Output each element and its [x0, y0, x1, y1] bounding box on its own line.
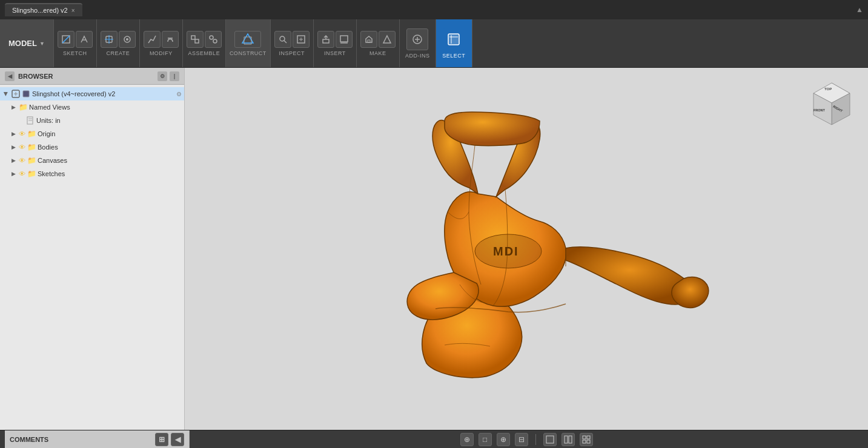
main-area: ◀ BROWSER ⚙ | ▶ Slingshot (v4~recovered)… [0, 68, 868, 430]
svg-line-1 [62, 36, 70, 43]
toolbar-group-make[interactable]: MAKE [357, 19, 400, 67]
tree-item-bodies[interactable]: ▶ 👁 📁 Bodies [0, 140, 184, 154]
sidebar-pin-button[interactable]: | [170, 71, 179, 81]
svg-rect-10 [195, 39, 199, 43]
tab-title: Slingsho...ered) v2 [12, 7, 68, 14]
make-btn-1[interactable] [360, 31, 377, 48]
origin-label: Origin [38, 130, 55, 137]
close-tab-button[interactable]: × [71, 7, 75, 14]
bodies-label: Bodies [38, 143, 58, 151]
main-toolbar: MODEL ▼ SKETCH CREATE [0, 19, 868, 68]
svg-rect-49 [587, 440, 590, 443]
status-view2-button[interactable] [562, 433, 575, 446]
named-views-folder-icon: 📁 [19, 103, 27, 111]
tree-item-units[interactable]: ▶ Units: in [0, 114, 184, 127]
toolbar-group-insert[interactable]: INSERT [314, 19, 357, 67]
status-fit-button[interactable]: □ [479, 433, 492, 446]
sidebar-title: BROWSER [18, 73, 53, 80]
create-btn-2[interactable] [119, 31, 136, 48]
inspect-btn-1[interactable] [274, 31, 291, 48]
maximize-button[interactable]: ▲ [856, 5, 863, 14]
modify-label: MODIFY [150, 50, 173, 56]
toolbar-group-create[interactable]: CREATE [97, 19, 140, 67]
comments-panel[interactable]: COMMENTS ⊞ ◀ [5, 430, 190, 448]
root-options-button[interactable]: ⚙ [176, 91, 182, 97]
comments-expand-button[interactable]: ⊞ [155, 433, 168, 446]
create-btn-1[interactable] [101, 31, 118, 48]
origin-folder-icon: 📁 [27, 130, 36, 138]
toolbar-group-sketch[interactable]: SKETCH [54, 19, 97, 67]
insert-btn-1[interactable] [317, 31, 334, 48]
toolbar-group-add-ins[interactable]: ADD-INS [400, 19, 436, 67]
comments-label: COMMENTS [10, 436, 48, 443]
toolbar-group-select[interactable]: SELECT [436, 19, 472, 67]
construct-label: CONSTRUCT [230, 50, 267, 56]
make-btn-2[interactable] [379, 31, 396, 48]
canvases-eye-icon[interactable]: 👁 [19, 157, 25, 164]
tree-item-root[interactable]: ▶ Slingshot (v4~recovered) v2 ⚙ [0, 87, 184, 100]
sidebar-collapse-button[interactable]: ◀ [5, 71, 15, 81]
sketches-eye-icon[interactable]: 👁 [19, 170, 25, 177]
view-cube[interactable]: TOP RIGHT FRONT [807, 80, 856, 128]
svg-point-12 [213, 39, 217, 43]
sketch-btn-2[interactable] [76, 31, 93, 48]
sketches-label: Sketches [38, 170, 65, 177]
svg-rect-43 [546, 436, 554, 443]
tree-item-sketches[interactable]: ▶ 👁 📁 Sketches [0, 167, 184, 180]
units-doc-icon [26, 116, 35, 125]
document-tab[interactable]: Slingsho...ered) v2 × [5, 3, 82, 16]
bodies-folder-icon: 📁 [27, 143, 36, 151]
insert-label: INSERT [324, 50, 346, 56]
tree-item-canvases[interactable]: ▶ 👁 📁 Canvases [0, 154, 184, 167]
3d-viewport[interactable]: MDI [185, 68, 868, 430]
insert-btn-2[interactable] [336, 31, 353, 48]
canvas-area: MDI [185, 68, 868, 430]
svg-point-15 [280, 36, 285, 41]
modify-btn-1[interactable] [144, 31, 161, 48]
root-icon [12, 90, 20, 98]
inspect-btn-2[interactable] [293, 31, 310, 48]
root-type-icon [22, 90, 30, 98]
inspect-label: INSPECT [279, 50, 305, 56]
status-move-button[interactable]: ⊕ [460, 433, 474, 446]
bodies-arrow: ▶ [10, 143, 17, 151]
sketch-btn-1[interactable] [58, 31, 75, 48]
toolbar-group-inspect[interactable]: INSPECT [271, 19, 314, 67]
svg-rect-28 [448, 34, 459, 45]
tree-item-origin[interactable]: ▶ 👁 📁 Origin [0, 127, 184, 140]
select-label: SELECT [442, 53, 465, 59]
status-zoom-out-button[interactable]: ⊟ [515, 433, 528, 446]
modify-btn-2[interactable] [162, 31, 179, 48]
sidebar-settings-button[interactable]: ⚙ [157, 71, 167, 81]
assemble-btn-2[interactable] [205, 31, 222, 48]
divider-1 [535, 434, 536, 445]
named-views-arrow: ▶ [10, 104, 17, 111]
bodies-eye-icon[interactable]: 👁 [19, 143, 25, 151]
svg-rect-9 [191, 36, 195, 39]
comments-collapse-button[interactable]: ◀ [171, 433, 184, 446]
toolbar-group-assemble[interactable]: ASSEMBLE [183, 19, 226, 67]
status-view1-button[interactable] [543, 433, 557, 446]
3d-model-slingshot: MDI [314, 91, 738, 395]
status-bar: COMMENTS ⊞ ◀ ⊕ □ ⊕ ⊟ [0, 430, 868, 448]
status-zoom-in-button[interactable]: ⊕ [497, 433, 510, 446]
tree-item-named-views[interactable]: ▶ 📁 Named Views [0, 100, 184, 114]
svg-line-16 [284, 41, 287, 43]
browser-tree: ▶ Slingshot (v4~recovered) v2 ⚙ ▶ 📁 Name… [0, 85, 184, 430]
sidebar-browser: ◀ BROWSER ⚙ | ▶ Slingshot (v4~recovered)… [0, 68, 185, 430]
svg-text:MDI: MDI [493, 245, 519, 258]
status-view3-button[interactable] [580, 433, 593, 446]
add-ins-btn[interactable] [406, 28, 428, 50]
model-label: MODEL [8, 39, 37, 48]
select-btn[interactable] [443, 28, 465, 50]
construct-btn-main[interactable] [234, 31, 261, 48]
svg-rect-44 [565, 436, 568, 443]
assemble-btn-1[interactable] [187, 31, 204, 48]
origin-eye-icon[interactable]: 👁 [19, 130, 25, 137]
svg-text:TOP: TOP [824, 87, 832, 91]
toolbar-group-construct[interactable]: CONSTRUCT [226, 19, 271, 67]
toolbar-group-modify[interactable]: MODIFY [140, 19, 183, 67]
svg-point-11 [210, 36, 213, 39]
model-dropdown[interactable]: MODEL ▼ [0, 19, 54, 67]
model-arrow: ▼ [39, 41, 45, 47]
